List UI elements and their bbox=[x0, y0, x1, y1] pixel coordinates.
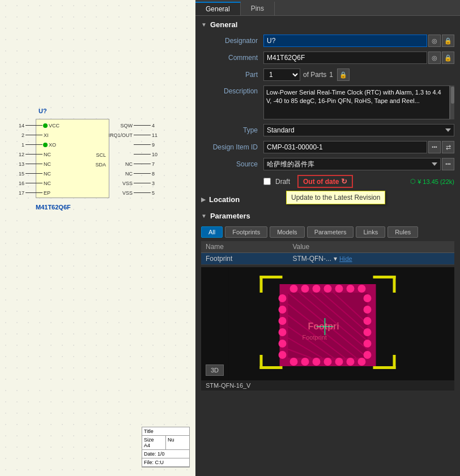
svg-rect-8 bbox=[393, 355, 396, 369]
svg-point-40 bbox=[279, 351, 287, 359]
description-label: Description bbox=[201, 85, 263, 95]
comment-eye-btn[interactable]: ◎ bbox=[428, 52, 441, 64]
size-value: A4 bbox=[144, 443, 164, 448]
filter-rules-btn[interactable]: Rules bbox=[387, 226, 418, 238]
svg-point-33 bbox=[347, 358, 355, 366]
svg-rect-3 bbox=[373, 276, 396, 278]
design-item-input[interactable] bbox=[263, 141, 427, 153]
footprint-preview: Footpri Footprint 3D bbox=[201, 267, 454, 380]
table-row[interactable]: Footprint STM-QFN-... ▾ Hide bbox=[201, 253, 454, 265]
params-header: ▼ Parameters bbox=[201, 210, 454, 222]
refresh-icon: ↻ bbox=[341, 177, 347, 186]
description-scrollbar[interactable] bbox=[450, 85, 454, 119]
description-row: Description Low-Power Serial Real-Time C… bbox=[201, 85, 454, 119]
type-row: Type Standard bbox=[201, 124, 454, 136]
title-label: Title bbox=[144, 428, 154, 434]
file-row: File: C:U bbox=[142, 458, 189, 467]
action-row: Draft Out of date ↻ ⬡ ¥ 13.45 (22k) Upda… bbox=[201, 175, 454, 188]
out-of-date-badge[interactable]: Out of date ↻ bbox=[297, 175, 353, 188]
type-select[interactable]: Standard bbox=[263, 124, 454, 136]
svg-text:Footprint: Footprint bbox=[303, 334, 327, 341]
designator-lock-btn[interactable]: 🔒 bbox=[442, 35, 454, 47]
hide-btn[interactable]: Hide bbox=[339, 255, 352, 262]
footprint-name-row: STM-QFN-16_V bbox=[201, 380, 454, 391]
tab-bar: General Pins bbox=[195, 0, 460, 16]
svg-point-37 bbox=[279, 317, 287, 325]
design-item-swap-btn[interactable]: ⇄ bbox=[442, 141, 454, 153]
right-pins: 4 SQW 11 IRQ1/OUT 9 10 7 NC bbox=[108, 121, 160, 198]
comment-lock-btn[interactable]: 🔒 bbox=[442, 52, 454, 64]
filter-all-btn[interactable]: All bbox=[201, 226, 223, 238]
svg-point-36 bbox=[279, 306, 287, 314]
source-label: Source bbox=[201, 160, 263, 168]
svg-rect-7 bbox=[373, 366, 396, 369]
params-table: Name Value Footprint STM-QFN-... ▾ Hide bbox=[201, 241, 454, 265]
svg-point-43 bbox=[364, 317, 372, 325]
tooltip: Update to the Latest Revision bbox=[286, 191, 385, 204]
part-lock-btn[interactable]: 🔒 bbox=[337, 68, 350, 81]
svg-point-28 bbox=[290, 358, 298, 366]
designator-row: Designator ◎ 🔒 bbox=[201, 35, 454, 47]
value-cell: STM-QFN-... ▾ Hide bbox=[292, 255, 450, 263]
filter-links-btn[interactable]: Links bbox=[356, 226, 385, 238]
svg-point-22 bbox=[301, 285, 309, 293]
component-symbol: U? SCL SDA 14 VCC 2 XI 1 X bbox=[16, 105, 129, 204]
filter-models-btn[interactable]: Models bbox=[270, 226, 304, 238]
params-arrow-icon: ▼ bbox=[201, 213, 207, 219]
svg-rect-2 bbox=[260, 276, 263, 293]
part-row: Part 1 of Parts 1 🔒 bbox=[201, 68, 454, 81]
general-title: General bbox=[210, 20, 237, 29]
parameters-section: ▼ Parameters All Footprints Models Param… bbox=[201, 210, 454, 391]
source-row: Source 哈萨维的器件库 ••• bbox=[201, 158, 454, 170]
file-value: C:U bbox=[155, 460, 164, 465]
size-label: Size bbox=[144, 437, 164, 443]
title-block: Title Size A4 Nu Date: 1/0 File: C:U bbox=[142, 427, 190, 468]
title-row: Title bbox=[142, 427, 189, 436]
draft-label: Draft bbox=[275, 178, 290, 186]
component-name-label: M41T62Q6F bbox=[36, 204, 71, 211]
part-label: Part bbox=[201, 71, 263, 79]
filter-buttons: All Footprints Models Parameters Links R… bbox=[201, 226, 454, 238]
svg-point-26 bbox=[347, 285, 355, 293]
out-of-date-text: Out of date bbox=[303, 178, 339, 186]
svg-point-23 bbox=[313, 285, 321, 293]
svg-rect-5 bbox=[260, 366, 283, 369]
params-title: Parameters bbox=[210, 212, 250, 220]
svg-point-41 bbox=[364, 294, 372, 302]
source-select[interactable]: 哈萨维的器件库 bbox=[263, 158, 441, 170]
part-select[interactable]: 1 bbox=[263, 68, 300, 81]
svg-point-39 bbox=[279, 340, 287, 348]
svg-text:Footpri: Footpri bbox=[308, 321, 339, 331]
date-label: Date: bbox=[144, 451, 156, 457]
svg-point-24 bbox=[324, 285, 332, 293]
designator-label: Designator bbox=[201, 37, 263, 45]
general-arrow-icon: ▼ bbox=[201, 22, 207, 28]
filter-parameters-btn[interactable]: Parameters bbox=[307, 226, 354, 238]
price-badge: ⬡ ¥ 13.45 (22k) bbox=[410, 178, 454, 185]
tab-general[interactable]: General bbox=[195, 2, 241, 15]
location-arrow-icon: ▶ bbox=[201, 196, 206, 203]
svg-point-34 bbox=[358, 358, 366, 366]
designator-eye-btn[interactable]: ◎ bbox=[428, 35, 441, 47]
3d-button[interactable]: 3D bbox=[206, 364, 224, 376]
footprint-name-text: STM-QFN-16_V bbox=[206, 382, 250, 389]
pin-sda: SDA bbox=[95, 162, 106, 168]
filter-footprints-btn[interactable]: Footprints bbox=[225, 226, 267, 238]
design-item-row: Design Item ID ••• ⇄ bbox=[201, 141, 454, 153]
designator-input[interactable] bbox=[263, 35, 427, 47]
comment-row: Comment ◎ 🔒 bbox=[201, 52, 454, 64]
location-title: Location bbox=[209, 195, 240, 204]
component-ref: U? bbox=[39, 108, 47, 114]
left-pins: 14 VCC 2 XI 1 XO 12 NC 13 bbox=[16, 121, 59, 198]
source-dots-btn[interactable]: ••• bbox=[442, 158, 454, 170]
draft-checkbox[interactable] bbox=[263, 178, 271, 185]
param-name-cell: Footprint bbox=[201, 253, 288, 265]
col-name-header: Name bbox=[201, 241, 288, 253]
schematic-canvas[interactable]: U? SCL SDA 14 VCC 2 XI 1 X bbox=[0, 0, 195, 476]
description-wrapper: Low-Power Serial Real-Time Clock (RTC) w… bbox=[263, 85, 454, 119]
design-item-dots-btn[interactable]: ••• bbox=[428, 141, 441, 153]
date-row: Date: 1/0 bbox=[142, 450, 189, 458]
comment-input[interactable] bbox=[263, 52, 427, 64]
tab-pins[interactable]: Pins bbox=[241, 2, 275, 15]
svg-rect-6 bbox=[260, 355, 263, 369]
